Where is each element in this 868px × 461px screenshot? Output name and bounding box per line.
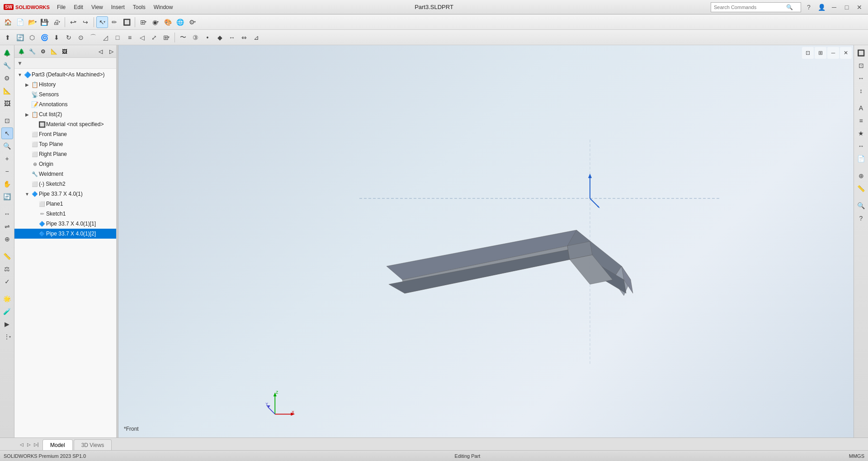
- right-search-icon[interactable]: 🔍: [855, 200, 867, 212]
- appearance-button[interactable]: 🎨: [162, 16, 174, 28]
- tab-next-button[interactable]: ▷: [25, 438, 33, 450]
- tree-item-pipe-2[interactable]: 🔷 Pipe 33.7 X 4.0(1)[2]: [14, 229, 118, 239]
- close-button[interactable]: ✕: [854, 2, 864, 12]
- tree-root[interactable]: ▼ 🔷 Part3 (Default<As Machined>): [14, 70, 118, 80]
- tab-model[interactable]: Model: [42, 439, 73, 450]
- viewport-normal-button[interactable]: ⊡: [802, 47, 814, 59]
- loft-button[interactable]: ⬡: [26, 32, 38, 43]
- viewport-close-button[interactable]: ✕: [840, 47, 852, 59]
- open-button[interactable]: 📂▾: [26, 16, 38, 28]
- search-commands-box[interactable]: 🔍: [711, 2, 801, 12]
- new-button[interactable]: 📄: [14, 16, 26, 28]
- menu-insert[interactable]: Insert: [108, 3, 128, 11]
- motion-icon[interactable]: ▶: [1, 318, 13, 330]
- tree-item-history[interactable]: ▶ 📋 History: [14, 80, 118, 89]
- mass-props-icon[interactable]: ⚖: [1, 263, 13, 275]
- sketch-button[interactable]: ✏: [108, 16, 120, 28]
- instant-3d-button[interactable]: ③: [189, 32, 201, 43]
- scale-button[interactable]: ⤢: [148, 32, 160, 43]
- ref-geo-button[interactable]: ◆: [214, 32, 226, 43]
- smart-dimension-icon[interactable]: ↔: [1, 208, 13, 220]
- menu-window[interactable]: Window: [150, 3, 177, 11]
- revolve-cut-button[interactable]: ↻: [63, 32, 75, 43]
- scenes-button[interactable]: 🌐: [174, 16, 186, 28]
- redo-button[interactable]: ↪: [80, 16, 91, 28]
- tree-resize-handle[interactable]: [116, 45, 118, 437]
- viewport-maximize-button[interactable]: ⊞: [815, 47, 826, 59]
- tree-item-origin[interactable]: ⊕ Origin: [14, 159, 118, 169]
- tree-item-top-plane[interactable]: ⬜ Top Plane: [14, 139, 118, 149]
- more-tools-icon[interactable]: ⋮▾: [1, 331, 13, 343]
- rib-button[interactable]: ≡: [124, 32, 136, 43]
- right-note-icon[interactable]: 📄: [855, 153, 867, 165]
- zoom-in-icon[interactable]: +: [1, 153, 13, 165]
- help-button[interactable]: ?: [804, 2, 814, 12]
- tab-prev-button[interactable]: ◁: [18, 438, 25, 450]
- tree-item-front-plane[interactable]: ⬜ Front Plane: [14, 129, 118, 139]
- right-rotate-icon[interactable]: ↕: [855, 85, 867, 97]
- tree-item-right-plane[interactable]: ⬜ Right Plane: [14, 149, 118, 159]
- revolve-button[interactable]: 🔄: [14, 32, 26, 43]
- chamfer-button[interactable]: ◿: [99, 32, 111, 43]
- zoom-to-fit-icon[interactable]: ⊡: [1, 115, 13, 127]
- select-button[interactable]: ↖▾: [96, 16, 108, 28]
- search-commands-input[interactable]: [714, 5, 786, 10]
- tree-item-annotations[interactable]: 📝 Annotations: [14, 99, 118, 109]
- snap-icon[interactable]: ⊕: [1, 233, 13, 245]
- right-snap-icon[interactable]: ⊕: [855, 170, 867, 182]
- tab-3dviews[interactable]: 3D Views: [74, 439, 112, 450]
- undo-button[interactable]: ↩▾: [67, 16, 79, 28]
- view-options-button[interactable]: ⊞▾: [137, 16, 149, 28]
- point-button[interactable]: •: [202, 32, 213, 43]
- tree-item-pipe-1[interactable]: 🔷 Pipe 33.7 X 4.0(1)[1]: [14, 219, 118, 229]
- 3d-viewport[interactable]: Z X Y *Front ⊡ ⊞ ─ ✕: [118, 45, 854, 437]
- maximize-button[interactable]: □: [842, 2, 852, 12]
- render-icon[interactable]: 🌟: [1, 293, 13, 305]
- curve-button[interactable]: 〜: [177, 32, 189, 43]
- select-tool-icon[interactable]: ↖: [1, 127, 13, 139]
- tree-item-cutlist[interactable]: ▶ 📋 Cut list(2): [14, 109, 118, 119]
- measure-icon[interactable]: 📏: [1, 250, 13, 262]
- user-button[interactable]: 👤: [816, 2, 826, 12]
- move-button[interactable]: ↔: [226, 32, 238, 43]
- right-text-icon[interactable]: A: [855, 102, 867, 114]
- zoom-out-icon[interactable]: −: [1, 165, 13, 177]
- tree-expand-icon[interactable]: ◁: [95, 47, 105, 56]
- right-view-icon[interactable]: 🔲: [855, 47, 867, 59]
- shell-button[interactable]: □: [112, 32, 123, 43]
- sim-icon[interactable]: 🧪: [1, 306, 13, 317]
- tree-item-pipe-main[interactable]: ▼ 🔷 Pipe 33.7 X 4.0(1): [14, 189, 118, 199]
- relations-icon[interactable]: ⇌: [1, 221, 13, 232]
- menu-edit[interactable]: Edit: [70, 3, 87, 11]
- check-icon[interactable]: ✓: [1, 276, 13, 287]
- mirror-button[interactable]: ⇔: [238, 32, 250, 43]
- fillet-button[interactable]: ⌒: [87, 32, 99, 43]
- tree-item-sketch2[interactable]: ⬜ (-) Sketch2: [14, 179, 118, 189]
- body-move-button[interactable]: ⊿: [250, 32, 262, 43]
- right-zoom-icon[interactable]: ⊡: [855, 60, 867, 71]
- property-tab[interactable]: 🔧: [27, 47, 37, 56]
- home-button[interactable]: 🏠: [2, 16, 14, 28]
- tab-end-button[interactable]: ▷|: [33, 438, 40, 450]
- display-manager-icon[interactable]: 🖼: [1, 98, 13, 109]
- right-help-icon[interactable]: ?: [855, 212, 867, 224]
- options-button[interactable]: ⚙▾: [186, 16, 198, 28]
- property-manager-icon[interactable]: 🔧: [1, 60, 13, 71]
- dim-tab[interactable]: 📐: [49, 47, 59, 56]
- rotate-view-icon[interactable]: 🔄: [1, 191, 13, 202]
- right-align-icon[interactable]: ≡: [855, 115, 867, 127]
- viewport-minimize-button[interactable]: ─: [827, 47, 839, 59]
- tree-more-icon[interactable]: ▷: [106, 47, 116, 56]
- extrude-button[interactable]: ⬆: [2, 32, 14, 43]
- save-button[interactable]: 💾▾: [38, 16, 50, 28]
- config-tab[interactable]: ⚙: [38, 47, 48, 56]
- right-star-icon[interactable]: ★: [855, 127, 867, 139]
- right-pan-icon[interactable]: ↔: [855, 72, 867, 84]
- minimize-button[interactable]: ─: [829, 2, 839, 12]
- tree-item-material[interactable]: 🔲 Material <not specified>: [14, 119, 118, 129]
- extrude-cut-button[interactable]: ⬇: [51, 32, 62, 43]
- feature-manager-tab[interactable]: 🌲: [16, 47, 26, 56]
- config-manager-icon[interactable]: ⚙: [1, 72, 13, 84]
- menu-tools[interactable]: Tools: [129, 3, 149, 11]
- tree-item-weldment[interactable]: 🔧 Weldment: [14, 169, 118, 179]
